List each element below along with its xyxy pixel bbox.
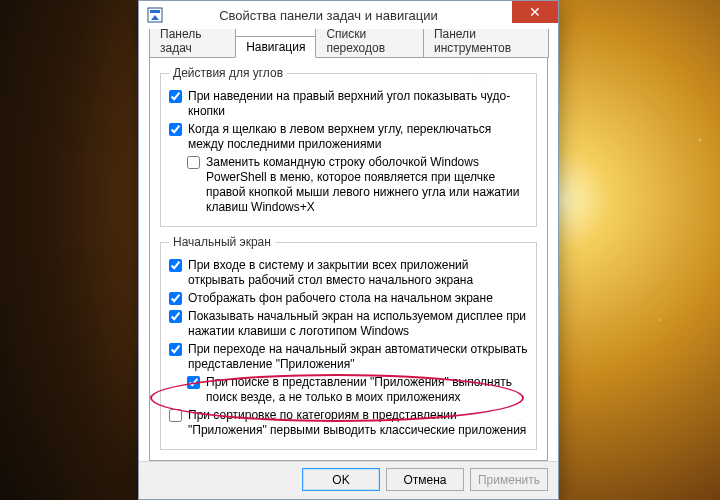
checkbox-desktop-apps-first[interactable] — [169, 409, 182, 422]
group-start-screen-legend: Начальный экран — [169, 235, 275, 249]
tab-strip: Панель задач Навигация Списки переходов … — [149, 35, 548, 57]
option-recent-apps[interactable]: Когда я щелкаю в левом верхнем углу, пер… — [169, 122, 528, 152]
close-button[interactable]: ✕ — [512, 1, 558, 23]
tab-taskbar[interactable]: Панель задач — [149, 29, 236, 58]
option-desktop-on-signin-label: При входе в систему и закрытии всех прил… — [188, 258, 528, 288]
option-desktop-on-signin[interactable]: При входе в систему и закрытии всех прил… — [169, 258, 528, 288]
tab-jumplists[interactable]: Списки переходов — [315, 29, 424, 58]
checkbox-charms[interactable] — [169, 90, 182, 103]
group-corner-actions-legend: Действия для углов — [169, 66, 287, 80]
option-powershell[interactable]: Заменить командную строку оболочкой Wind… — [187, 155, 528, 215]
option-same-display-label: Показывать начальный экран на используем… — [188, 309, 528, 339]
properties-dialog: Свойства панели задач и навигации ✕ Пане… — [138, 0, 559, 500]
checkbox-desktop-on-signin[interactable] — [169, 259, 182, 272]
option-charms[interactable]: При наведении на правый верхний угол пок… — [169, 89, 528, 119]
checkbox-recent-apps[interactable] — [169, 123, 182, 136]
desktop-background: Свойства панели задач и навигации ✕ Пане… — [0, 0, 720, 500]
checkbox-apps-view[interactable] — [169, 343, 182, 356]
option-recent-apps-label: Когда я щелкаю в левом верхнем углу, пер… — [188, 122, 528, 152]
option-charms-label: При наведении на правый верхний угол пок… — [188, 89, 528, 119]
close-icon: ✕ — [529, 5, 541, 19]
tab-navigation[interactable]: Навигация — [235, 36, 316, 58]
option-desktop-bg-label: Отображать фон рабочего стола на начальн… — [188, 291, 528, 306]
ok-button[interactable]: OK — [302, 468, 380, 491]
checkbox-powershell[interactable] — [187, 156, 200, 169]
option-desktop-apps-first-label: При сортировке по категориям в представл… — [188, 408, 528, 438]
group-start-screen: Начальный экран При входе в систему и за… — [160, 235, 537, 450]
apply-button[interactable]: Применить — [470, 468, 548, 491]
checkbox-search-everywhere[interactable] — [187, 376, 200, 389]
option-desktop-apps-first[interactable]: При сортировке по категориям в представл… — [169, 408, 528, 438]
dialog-button-row: OK Отмена Применить — [139, 461, 558, 499]
group-corner-actions: Действия для углов При наведении на прав… — [160, 66, 537, 227]
option-same-display[interactable]: Показывать начальный экран на используем… — [169, 309, 528, 339]
client-area: Панель задач Навигация Списки переходов … — [139, 29, 558, 461]
option-search-everywhere-label: При поиске в представлении "Приложения" … — [206, 375, 528, 405]
titlebar: Свойства панели задач и навигации ✕ — [139, 1, 558, 29]
cancel-button[interactable]: Отмена — [386, 468, 464, 491]
option-desktop-bg[interactable]: Отображать фон рабочего стола на начальн… — [169, 291, 528, 306]
checkbox-desktop-bg[interactable] — [169, 292, 182, 305]
window-title: Свойства панели задач и навигации — [145, 8, 512, 23]
checkbox-same-display[interactable] — [169, 310, 182, 323]
tab-page-navigation: Действия для углов При наведении на прав… — [149, 57, 548, 461]
option-apps-view-label: При переходе на начальный экран автомати… — [188, 342, 528, 372]
option-powershell-label: Заменить командную строку оболочкой Wind… — [206, 155, 528, 215]
option-apps-view[interactable]: При переходе на начальный экран автомати… — [169, 342, 528, 372]
option-search-everywhere[interactable]: При поиске в представлении "Приложения" … — [187, 375, 528, 405]
tab-toolbars[interactable]: Панели инструментов — [423, 29, 549, 58]
